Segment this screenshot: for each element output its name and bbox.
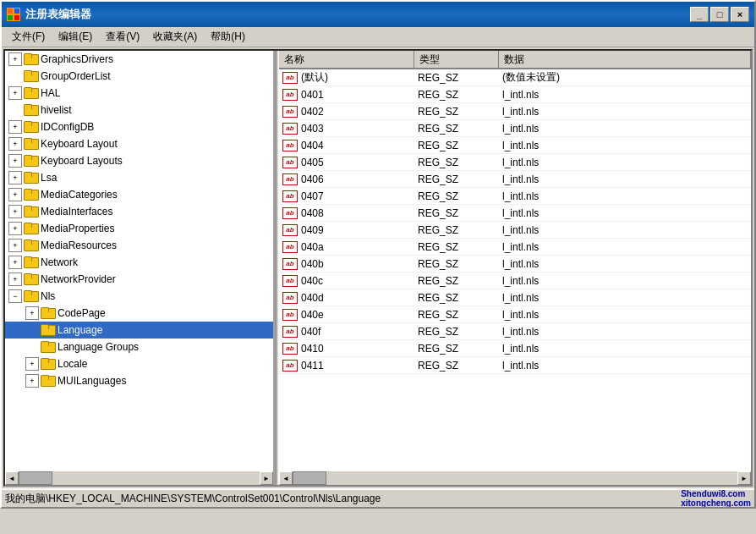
val-data-7: l_intl.nls [499, 190, 751, 202]
tree-item-hivelist[interactable]: hivelist [5, 102, 273, 118]
expand-icon-idconfigdb[interactable]: + [8, 120, 22, 134]
tree-label-grouporder: GroupOrderList [41, 70, 111, 82]
menu-item-帮助(H)[interactable]: 帮助(H) [204, 28, 252, 46]
expand-icon-locale[interactable]: + [25, 357, 39, 371]
values-hscroll[interactable]: ◄ ► [279, 471, 751, 485]
value-row-8[interactable]: ab0408REG_SZl_intl.nls [279, 205, 751, 222]
val-name-11: ab040b [279, 258, 414, 270]
tree-label-lsa: Lsa [41, 172, 57, 184]
values-scroll[interactable]: ab(默认)REG_SZ(数值未设置)ab0401REG_SZl_intl.nl… [279, 69, 751, 471]
tree-item-networkprovider[interactable]: +NetworkProvider [5, 271, 273, 288]
tree-item-mediaresources[interactable]: +MediaResources [5, 237, 273, 254]
expand-icon-hal[interactable]: + [8, 86, 22, 100]
status-bar: 我的电脑\HKEY_LOCAL_MACHINE\SYSTEM\ControlSe… [2, 488, 754, 507]
value-row-1[interactable]: ab0401REG_SZl_intl.nls [279, 86, 751, 103]
value-row-11[interactable]: ab040bREG_SZl_intl.nls [279, 256, 751, 273]
tree-item-idconfigdb[interactable]: +IDConfigDB [5, 118, 273, 135]
expand-icon-keyboard-layouts[interactable]: + [8, 154, 22, 168]
tree-label-keyboard-layouts: Keyboard Layouts [41, 155, 123, 167]
tree-label-language-groups: Language Groups [58, 341, 139, 353]
val-name-7: ab0407 [279, 190, 414, 202]
expand-icon-mediaresources[interactable]: + [8, 239, 22, 252]
value-row-16[interactable]: ab0410REG_SZl_intl.nls [279, 340, 751, 357]
expand-icon-mediainterfaces[interactable]: + [8, 205, 22, 218]
col-type-header[interactable]: 类型 [414, 51, 499, 68]
expand-icon-lsa[interactable]: + [8, 171, 22, 184]
menu-item-收藏夹(A)[interactable]: 收藏夹(A) [146, 28, 204, 46]
tree-item-hal[interactable]: +HAL [5, 85, 273, 102]
menu-item-编辑(E)[interactable]: 编辑(E) [52, 28, 99, 46]
expand-icon-graphics[interactable]: + [8, 52, 22, 66]
reg-icon-5: ab [282, 157, 298, 168]
values-hscroll-right[interactable]: ► [737, 471, 751, 485]
tree-label-mediaresources: MediaResources [41, 239, 117, 251]
tree-hscroll[interactable]: ◄ ► [5, 471, 273, 485]
col-data-header[interactable]: 数据 [499, 51, 751, 68]
value-row-4[interactable]: ab0404REG_SZl_intl.nls [279, 137, 751, 154]
tree-item-language-groups[interactable]: Language Groups [5, 339, 273, 355]
tree-label-codepage: CodePage [58, 307, 106, 319]
val-name-1: ab0401 [279, 89, 414, 101]
expand-icon-mediacategories[interactable]: + [8, 188, 22, 201]
expand-icon-muilanguages[interactable]: + [25, 374, 39, 388]
value-row-15[interactable]: ab040fREG_SZl_intl.nls [279, 323, 751, 340]
val-type-12: REG_SZ [414, 275, 499, 287]
tree-item-locale[interactable]: +Locale [5, 355, 273, 372]
expand-icon-codepage[interactable]: + [25, 306, 39, 320]
tree-item-keyboard-layout[interactable]: +Keyboard Layout [5, 135, 273, 152]
val-type-0: REG_SZ [414, 72, 499, 84]
tree-item-mediacategories[interactable]: +MediaCategories [5, 186, 273, 203]
tree-item-lsa[interactable]: +Lsa [5, 169, 273, 186]
expand-icon-networkprovider[interactable]: + [8, 273, 22, 286]
expand-icon-keyboard-layout[interactable]: + [8, 137, 22, 151]
reg-icon-16: ab [282, 343, 298, 355]
tree-hscroll-left[interactable]: ◄ [5, 471, 19, 485]
tree-item-language[interactable]: Language [5, 322, 273, 339]
expand-icon-network[interactable]: + [8, 256, 22, 269]
value-row-3[interactable]: ab0403REG_SZl_intl.nls [279, 120, 751, 137]
value-row-6[interactable]: ab0406REG_SZl_intl.nls [279, 171, 751, 188]
value-row-9[interactable]: ab0409REG_SZl_intl.nls [279, 222, 751, 239]
minimize-button[interactable]: _ [690, 7, 709, 22]
tree-item-mediainterfaces[interactable]: +MediaInterfaces [5, 203, 273, 220]
tree-hscroll-thumb[interactable] [19, 471, 52, 485]
folder-icon-hivelist [24, 104, 37, 116]
tree-item-codepage[interactable]: +CodePage [5, 305, 273, 322]
tree-hscroll-right[interactable]: ► [260, 471, 273, 485]
tree-item-muilanguages[interactable]: +MUILanguages [5, 372, 273, 389]
tree-label-mediaproperties: MediaProperties [41, 223, 114, 234]
value-row-12[interactable]: ab040cREG_SZl_intl.nls [279, 273, 751, 289]
expand-icon-mediaproperties[interactable]: + [8, 222, 22, 235]
col-name-header[interactable]: 名称 [279, 51, 414, 68]
tree-item-mediaproperties[interactable]: +MediaProperties [5, 220, 273, 237]
tree-label-locale: Locale [58, 358, 87, 370]
tree-item-grouporder[interactable]: GroupOrderList [5, 68, 273, 85]
value-row-5[interactable]: ab0405REG_SZl_intl.nls [279, 154, 751, 171]
menu-item-文件(F)[interactable]: 文件(F) [5, 28, 52, 46]
tree-panel: +GraphicsDriversGroupOrderList+HALhiveli… [5, 51, 276, 485]
values-hscroll-left[interactable]: ◄ [279, 471, 293, 485]
value-row-14[interactable]: ab040eREG_SZl_intl.nls [279, 306, 751, 323]
tree-item-keyboard-layouts[interactable]: +Keyboard Layouts [5, 152, 273, 169]
tree-item-network[interactable]: +Network [5, 254, 273, 271]
maximize-button[interactable]: □ [710, 7, 729, 22]
value-row-17[interactable]: ab0411REG_SZl_intl.nls [279, 357, 751, 374]
value-row-13[interactable]: ab040dREG_SZl_intl.nls [279, 289, 751, 306]
value-row-10[interactable]: ab040aREG_SZl_intl.nls [279, 239, 751, 256]
value-row-2[interactable]: ab0402REG_SZl_intl.nls [279, 103, 751, 120]
value-row-0[interactable]: ab(默认)REG_SZ(数值未设置) [279, 69, 751, 86]
close-button[interactable]: × [731, 7, 749, 22]
menu-item-查看(V)[interactable]: 查看(V) [99, 28, 146, 46]
folder-icon-network [24, 256, 37, 268]
expand-icon-nls[interactable]: − [8, 289, 22, 303]
value-row-7[interactable]: ab0407REG_SZl_intl.nls [279, 188, 751, 205]
tree-item-graphics[interactable]: +GraphicsDrivers [5, 51, 273, 68]
tree-label-keyboard-layout: Keyboard Layout [41, 138, 118, 150]
svg-rect-1 [14, 8, 19, 14]
status-path: 我的电脑\HKEY_LOCAL_MACHINE\SYSTEM\ControlSe… [5, 492, 677, 506]
tree-scroll[interactable]: +GraphicsDriversGroupOrderList+HALhiveli… [5, 51, 273, 471]
val-name-0: ab(默认) [279, 70, 414, 85]
tree-item-nls[interactable]: −Nls [5, 288, 273, 305]
val-name-text-6: 0406 [301, 173, 324, 185]
values-hscroll-thumb[interactable] [293, 471, 326, 485]
